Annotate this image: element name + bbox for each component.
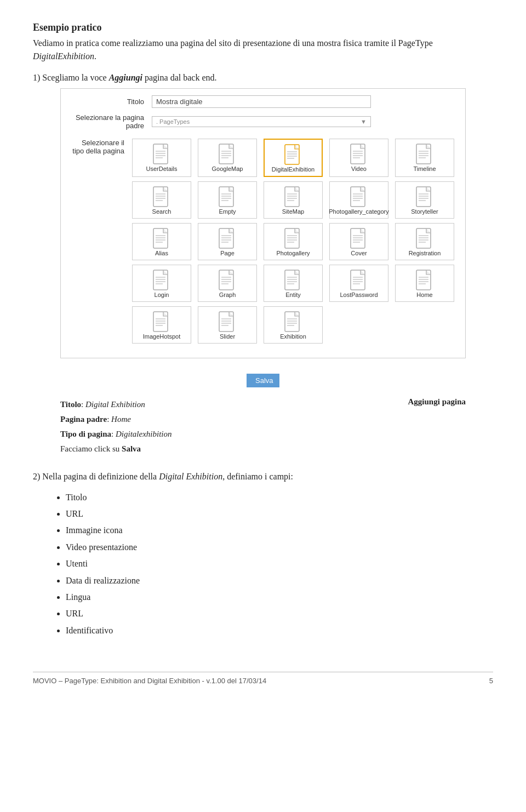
- list-item: URL: [66, 605, 493, 622]
- list-item: URL: [66, 506, 493, 522]
- pagetype-item-sitemap[interactable]: SiteMap: [264, 181, 323, 219]
- pagetype-label-sitemap: SiteMap: [282, 208, 304, 215]
- pagetype-label-empty: Empty: [219, 208, 236, 215]
- pagetype-label-lostpassword: LostPassword: [340, 291, 378, 298]
- titolo-input[interactable]: [152, 95, 371, 108]
- pagetype-item-timeline[interactable]: Timeline: [395, 139, 454, 177]
- pagetype-label-userdetails: UserDetails: [146, 165, 178, 172]
- step1-label: 1) Scegliamo la voce Aggiungi pagina dal…: [33, 73, 493, 83]
- pagetype-item-photogallery_category[interactable]: Photogallery_category: [329, 181, 388, 219]
- pagetype-item-imagehotspot[interactable]: ImageHotspot: [132, 306, 191, 344]
- list-item: Immagine icona: [66, 522, 493, 539]
- pagetype-item-alias[interactable]: Alias: [132, 223, 191, 260]
- aggiungi-pagina-label: Aggiungi pagina: [392, 397, 466, 456]
- footer-left: MOVIO – PageType: Exhibition and Digital…: [33, 677, 266, 685]
- pagetype-item-digitalexhibition[interactable]: DigitalExhibition: [264, 139, 323, 177]
- pagetype-label-home: Home: [416, 291, 432, 298]
- titolo-label: Titolo: [70, 98, 152, 106]
- salva-button[interactable]: Salva: [247, 374, 279, 387]
- pagetype-label-cover: Cover: [351, 250, 367, 256]
- pagetype-label-video: Video: [351, 165, 367, 172]
- list-item: Titolo: [66, 489, 493, 506]
- pagetype-item-graph[interactable]: Graph: [198, 265, 257, 302]
- titolo-row: Titolo: [70, 95, 456, 108]
- pagetype-label-graph: Graph: [219, 291, 236, 298]
- pagina-padre-row: Selezionare la pagina padre . PageTypes …: [70, 113, 456, 130]
- pagetype-item-photogallery[interactable]: Photogallery: [264, 223, 323, 260]
- aggiungi-section: Titolo: Digital Exhibition Pagina padre:…: [60, 397, 466, 456]
- pagetype-item-exhibition[interactable]: Exhibition: [264, 306, 323, 344]
- pagetype-item-storyteller[interactable]: Storyteller: [395, 181, 454, 219]
- pagetype-item-googlemap[interactable]: GoogleMap: [198, 139, 257, 177]
- pagetype-grid: UserDetails GoogleMap DigitalExhibition …: [132, 139, 456, 344]
- pagetype-item-cover[interactable]: Cover: [329, 223, 388, 260]
- pagetype-item-entity[interactable]: Entity: [264, 265, 323, 302]
- pagetype-label-page: Page: [220, 250, 235, 256]
- pagetype-label-search: Search: [152, 208, 171, 215]
- list-item: Lingua: [66, 589, 493, 605]
- pagetype-item-registration[interactable]: Registration: [395, 223, 454, 260]
- pagetype-label-exhibition: Exhibition: [280, 333, 306, 340]
- pagetype-item-userdetails[interactable]: UserDetails: [132, 139, 191, 177]
- pagetype-label-photogallery: Photogallery: [276, 250, 310, 256]
- dropdown-arrow-icon: ▼: [361, 118, 367, 125]
- pagetype-item-slider[interactable]: Slider: [198, 306, 257, 344]
- pagetype-label-digitalexhibition: DigitalExhibition: [272, 166, 315, 173]
- titolo-detail: Titolo: Digital Exhibition: [60, 397, 392, 412]
- pagetype-label-imagehotspot: ImageHotspot: [143, 333, 180, 340]
- pagetype-label-slider: Slider: [220, 333, 235, 340]
- intro-end: .: [94, 52, 96, 61]
- pagetype-label-googlemap: GoogleMap: [212, 165, 243, 172]
- list-item: Video presentazione: [66, 539, 493, 556]
- intro-italic: DigitalExhibition: [33, 52, 94, 61]
- pagina-padre-label: Selezionare la pagina padre: [70, 113, 152, 130]
- pagetype-label-storyteller: Storyteller: [411, 208, 438, 215]
- tipo-pagina-detail: Tipo di pagina: Digitalexhibition: [60, 427, 392, 442]
- pagetype-item-login[interactable]: Login: [132, 265, 191, 302]
- pagetype-item-search[interactable]: Search: [132, 181, 191, 219]
- pagetype-item-video[interactable]: Video: [329, 139, 388, 177]
- pagetype-item-empty[interactable]: Empty: [198, 181, 257, 219]
- tipo-pagina-row: Selezionare il tipo della pagina UserDet…: [70, 135, 456, 344]
- list-item: Data di realizzazione: [66, 573, 493, 589]
- step2-intro: 2) Nella pagina di definizione della Dig…: [33, 470, 493, 484]
- page-footer: MOVIO – PageType: Exhibition and Digital…: [33, 672, 493, 685]
- pagetype-label-login: Login: [155, 291, 169, 298]
- add-page-form: Titolo Selezionare la pagina padre . Pag…: [60, 88, 466, 358]
- list-item: Identificativo: [66, 622, 493, 639]
- pagetype-label-entity: Entity: [285, 291, 301, 298]
- pagina-padre-select[interactable]: . PageTypes ▼: [152, 116, 371, 127]
- pagetype-item-page[interactable]: Page: [198, 223, 257, 260]
- aggiungi-details: Titolo: Digital Exhibition Pagina padre:…: [60, 397, 392, 456]
- pagetype-label-photogallery_category: Photogallery_category: [329, 208, 388, 215]
- pagetype-label-registration: Registration: [409, 250, 441, 256]
- facciamo-click: Facciamo click su Salva: [60, 442, 392, 456]
- intro-text: Vediamo in pratica come realizziamo una …: [33, 38, 433, 48]
- pagetype-item-home[interactable]: Home: [395, 265, 454, 302]
- footer-right: 5: [489, 677, 493, 685]
- pagetype-item-lostpassword[interactable]: LostPassword: [329, 265, 388, 302]
- pagina-padre-value: . PageTypes: [156, 118, 190, 125]
- step2-list: TitoloURLImmagine iconaVideo presentazio…: [66, 489, 493, 639]
- pagetype-label-timeline: Timeline: [413, 165, 436, 172]
- pagetype-label-alias: Alias: [155, 250, 168, 256]
- intro-paragraph: Vediamo in pratica come realizziamo una …: [33, 37, 493, 63]
- tipo-pagina-label: Selezionare il tipo della pagina: [70, 135, 132, 155]
- section-title: Esempio pratico: [33, 22, 493, 33]
- list-item: Utenti: [66, 556, 493, 572]
- pagina-padre-detail: Pagina padre: Home: [60, 412, 392, 427]
